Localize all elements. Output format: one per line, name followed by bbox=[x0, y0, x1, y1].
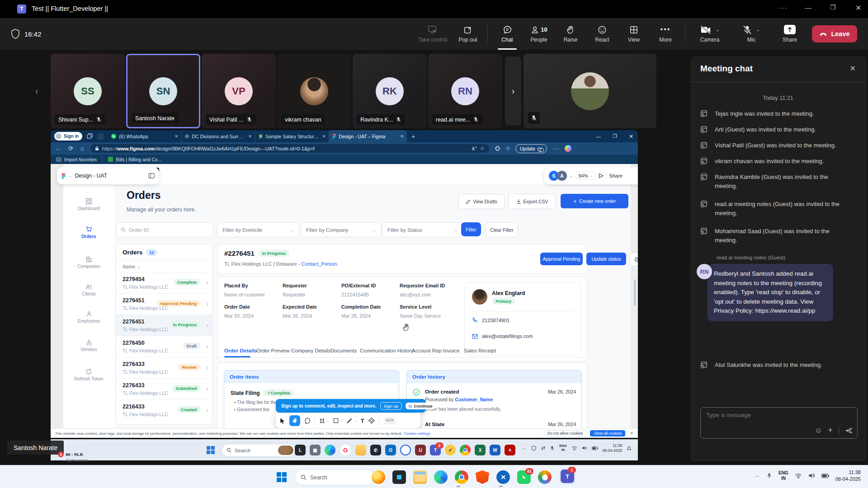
shared-language-indicator[interactable]: ENGIN bbox=[559, 444, 566, 452]
emoji-icon[interactable]: ☺ bbox=[815, 427, 822, 435]
figma-share-button[interactable]: Share bbox=[609, 173, 623, 178]
browser-menu-icon[interactable]: ··· bbox=[552, 145, 559, 152]
tab-close-icon[interactable]: ✕ bbox=[400, 134, 404, 139]
video-tile[interactable]: RK Ravindra K... bbox=[353, 54, 427, 128]
filter-company-select[interactable]: Filter by Company ⌄ bbox=[301, 222, 382, 237]
contact-phone[interactable]: 2123874901 bbox=[482, 318, 509, 323]
filter-status-select[interactable]: Filter by Status ⌄ bbox=[382, 222, 463, 237]
create-new-order-button[interactable]: + Create new order bbox=[561, 194, 628, 208]
present-icon[interactable] bbox=[599, 173, 604, 178]
browser-maximize-icon[interactable]: ❐ bbox=[613, 133, 617, 139]
tiles-scroll-right-button[interactable]: › bbox=[505, 56, 521, 126]
more-button[interactable]: ••• More bbox=[650, 18, 681, 50]
export-csv-button[interactable]: Export CSV bbox=[508, 194, 556, 209]
video-tile[interactable]: SS Shivani Sup... bbox=[51, 54, 125, 128]
shared-battery-icon[interactable] bbox=[592, 446, 598, 450]
shared-app-icon[interactable]: ▦ bbox=[310, 445, 321, 455]
tab-sales-receipt[interactable]: Sales Receipt bbox=[464, 348, 496, 353]
mic-button[interactable]: ⌄ Mic bbox=[731, 18, 772, 50]
close-button[interactable]: ✕ bbox=[855, 4, 861, 12]
order-row[interactable]: 2276450TL Flex Holdings LLC Draft› bbox=[116, 336, 212, 357]
tab-invoice[interactable]: Invoice bbox=[443, 348, 459, 353]
shared-volume-icon[interactable] bbox=[582, 446, 587, 450]
filter-domicile-select[interactable]: Filter by Domicile ⌄ bbox=[217, 222, 299, 237]
start-button[interactable] bbox=[277, 472, 287, 482]
tab-close-icon[interactable]: ✕ bbox=[175, 134, 178, 139]
shared-notification-icon[interactable] bbox=[627, 446, 632, 451]
shape-tool[interactable]: ⌄ bbox=[333, 418, 343, 423]
sidebar-item-clients[interactable]: Clients bbox=[63, 284, 114, 296]
raise-hand-button[interactable]: Raise bbox=[555, 18, 586, 50]
video-tile-wide[interactable] bbox=[524, 54, 656, 128]
view-drafts-button[interactable]: View Drafts bbox=[458, 194, 505, 209]
chat-close-icon[interactable]: ✕ bbox=[850, 64, 856, 73]
tray-chevron-icon[interactable]: ︿ bbox=[755, 472, 760, 479]
chevron-down-icon[interactable]: ⌄ bbox=[570, 174, 573, 178]
shared-tray-mic-off-icon[interactable] bbox=[550, 446, 555, 451]
frame-tool[interactable]: ⌄ bbox=[319, 418, 329, 424]
chat-input-box[interactable]: ☺ + bbox=[700, 407, 858, 439]
print-button[interactable]: Print bbox=[630, 253, 638, 266]
browser-close-icon[interactable]: ✕ bbox=[629, 133, 633, 140]
move-tool-icon[interactable] bbox=[279, 418, 285, 424]
sign-up-button[interactable]: Sign up bbox=[380, 402, 402, 410]
tab-order-preview[interactable]: Order Preview bbox=[256, 348, 290, 353]
chat-message-input[interactable] bbox=[705, 411, 843, 419]
shared-word-icon[interactable]: W bbox=[490, 445, 500, 455]
sidebar-item-refresh-token[interactable]: Refresh Token bbox=[63, 368, 114, 381]
sidebar-item-vendors[interactable]: Vendors bbox=[63, 339, 114, 352]
update-status-button[interactable]: Update status bbox=[586, 253, 626, 265]
pinned-tab-icon[interactable] bbox=[97, 133, 104, 140]
shared-tray-sync-icon[interactable]: ⇄ bbox=[541, 445, 545, 451]
favorite-star-icon[interactable]: ☆ bbox=[480, 145, 485, 151]
google-continue-button[interactable]: G Continue bbox=[406, 403, 436, 409]
shared-wifi-icon[interactable] bbox=[571, 446, 577, 450]
pop-out-button[interactable]: Pop out bbox=[452, 18, 484, 50]
browser-tab[interactable]: X Sample Salary Structure with calc ✕ bbox=[255, 130, 329, 142]
edge-icon[interactable] bbox=[434, 470, 448, 484]
refresh-icon[interactable]: ⟳ bbox=[68, 145, 73, 152]
video-tile[interactable]: vikram chavan bbox=[277, 54, 351, 128]
shared-folder-icon[interactable] bbox=[355, 445, 366, 455]
whatsapp-icon[interactable]: 81 bbox=[517, 470, 531, 484]
scrollbar-thumb[interactable] bbox=[634, 279, 636, 305]
new-tab-icon[interactable]: + bbox=[411, 133, 415, 140]
shared-app-ring-icon[interactable] bbox=[400, 445, 411, 455]
order-row[interactable]: 2216433TL Flex Holdings LLC Created› bbox=[116, 399, 212, 421]
leave-button[interactable]: Leave bbox=[812, 25, 857, 42]
shared-chrome-icon[interactable] bbox=[460, 445, 471, 455]
tiles-scroll-left-icon[interactable]: ‹ bbox=[35, 86, 38, 96]
customer-name-link[interactable]: Customer_Name bbox=[455, 397, 493, 402]
titlebar-more-icon[interactable]: ··· bbox=[778, 4, 788, 11]
clear-filter-button[interactable]: Clear Filter bbox=[486, 222, 518, 237]
order-row[interactable]: 2279451TL Flex Holdings LLC Approval Pen… bbox=[116, 293, 212, 315]
chat-button[interactable]: Chat bbox=[491, 18, 523, 50]
shared-start-icon[interactable] bbox=[207, 446, 215, 454]
contact-email[interactable]: alex@vstatefilings.com bbox=[482, 333, 533, 339]
address-bar[interactable]: https://www.figma.com/design/9BKQ0FOHRWa… bbox=[90, 144, 489, 153]
tab-order-details[interactable]: Order Details bbox=[224, 348, 257, 353]
hand-tool-active[interactable] bbox=[289, 415, 300, 426]
edge-update-button[interactable]: Update bbox=[515, 144, 547, 153]
maximize-button[interactable]: ❐ bbox=[830, 4, 836, 11]
sidebar-item-dashboard[interactable]: Dashboard bbox=[63, 198, 114, 211]
taskbar-search-box[interactable]: Search bbox=[295, 469, 374, 485]
order-row-selected[interactable]: 2276451TL Flex Holdings LLC In Progress› bbox=[116, 314, 212, 336]
bookmark-item[interactable]: Bills | Billing and Co... bbox=[116, 157, 161, 162]
google-app-icon[interactable] bbox=[538, 470, 552, 484]
share-button[interactable]: Share bbox=[772, 18, 807, 50]
bookmark-item[interactable]: Import favorites bbox=[64, 157, 97, 162]
shared-tray-chevron-icon[interactable]: ︿ bbox=[522, 445, 527, 451]
xbox-icon[interactable]: ✕ bbox=[496, 470, 510, 484]
browser-profile-button[interactable]: Sign in bbox=[54, 132, 82, 141]
teams-taskbar-icon[interactable]: T 1 bbox=[559, 468, 576, 485]
components-tool-icon[interactable] bbox=[368, 418, 375, 424]
shared-tray-shield-icon[interactable] bbox=[531, 446, 537, 451]
language-indicator[interactable]: ENGIN bbox=[778, 470, 788, 481]
tab-communication-history[interactable]: Communication History bbox=[360, 348, 414, 353]
sidebar-item-orders[interactable]: Orders bbox=[63, 226, 114, 239]
back-icon[interactable]: ← bbox=[55, 145, 61, 152]
browser-tab[interactable]: DC Divisions and Surroundings ✕ bbox=[182, 130, 255, 142]
approval-pending-button[interactable]: Approval Pending bbox=[540, 253, 583, 265]
text-tool[interactable]: T bbox=[361, 418, 364, 424]
